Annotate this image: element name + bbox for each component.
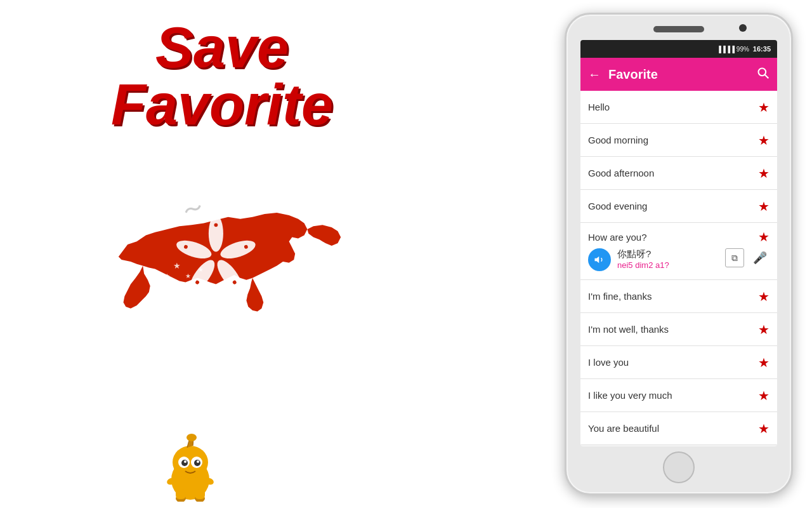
phone-camera bbox=[739, 24, 747, 32]
svg-point-16 bbox=[173, 446, 208, 479]
svg-point-17 bbox=[187, 434, 197, 441]
svg-text:★: ★ bbox=[176, 280, 182, 287]
list-item[interactable]: Good evening ★ bbox=[580, 190, 777, 223]
svg-rect-27 bbox=[195, 489, 205, 499]
svg-point-5 bbox=[214, 223, 218, 227]
svg-point-22 bbox=[184, 460, 187, 463]
list-item[interactable]: I'm not well, thanks ★ bbox=[580, 313, 777, 346]
list-item[interactable]: How are you? ★ 你點呀? nei5 dim2 a1? ⧉ bbox=[580, 223, 777, 280]
romanization: nei5 dim2 a1? bbox=[617, 260, 719, 270]
phrase-text: Good morning bbox=[588, 135, 758, 145]
svg-point-0 bbox=[209, 215, 223, 252]
phrase-text: I love you bbox=[588, 357, 758, 368]
speaker-button[interactable] bbox=[588, 248, 611, 271]
back-button[interactable]: ← bbox=[588, 67, 601, 82]
phone-screen: ▐▐▐▐ 99% 16:35 ← Favorite Hello ★ bbox=[580, 40, 777, 446]
app-header: ← Favorite bbox=[580, 58, 777, 91]
star-icon[interactable]: ★ bbox=[758, 322, 769, 337]
hk-map-container: ★ ★ ★ ★ ★ bbox=[70, 146, 374, 349]
chinese-text: 你點呀? bbox=[617, 248, 719, 260]
svg-rect-26 bbox=[176, 489, 186, 499]
expanded-content: 你點呀? nei5 dim2 a1? ⧉ 🎤 bbox=[588, 248, 769, 271]
phone-speaker bbox=[653, 26, 704, 32]
search-button[interactable] bbox=[757, 67, 769, 83]
hk-map-svg: ★ ★ ★ ★ ★ bbox=[70, 146, 374, 343]
signal-indicator: ▐▐▐▐ 99% bbox=[717, 46, 749, 53]
list-item[interactable]: I'm fine, thanks ★ bbox=[580, 280, 777, 313]
svg-text:★: ★ bbox=[198, 266, 204, 273]
svg-text:★: ★ bbox=[173, 261, 181, 271]
svg-point-23 bbox=[197, 460, 199, 463]
svg-text:★: ★ bbox=[185, 272, 191, 279]
star-icon[interactable]: ★ bbox=[758, 199, 769, 214]
star-icon[interactable]: ★ bbox=[758, 388, 769, 403]
phrase-text: How are you? bbox=[588, 232, 758, 243]
status-time: 16:35 bbox=[753, 45, 771, 53]
title-save: Save bbox=[155, 19, 289, 76]
star-icon[interactable]: ★ bbox=[758, 355, 769, 370]
svg-point-30 bbox=[759, 68, 766, 76]
svg-marker-32 bbox=[595, 257, 599, 264]
phrase-text: Good afternoon bbox=[588, 168, 758, 178]
phrase-text: Hello bbox=[588, 102, 758, 112]
star-icon[interactable]: ★ bbox=[758, 166, 769, 181]
phrase-list: Hello ★ Good morning ★ Good afternoon ★ … bbox=[580, 91, 777, 445]
translation-block: 你點呀? nei5 dim2 a1? bbox=[617, 248, 719, 270]
star-icon[interactable]: ★ bbox=[758, 133, 769, 148]
home-button[interactable] bbox=[663, 451, 695, 483]
list-item[interactable]: Hello ★ bbox=[580, 91, 777, 124]
mic-button[interactable]: 🎤 bbox=[750, 248, 769, 267]
star-icon[interactable]: ★ bbox=[758, 289, 769, 304]
hk-silhouette bbox=[119, 213, 341, 312]
phrase-text: I'm not well, thanks bbox=[588, 324, 758, 335]
phrase-text: Good evening bbox=[588, 201, 758, 211]
star-icon[interactable]: ★ bbox=[758, 421, 769, 436]
title-favorite: Favorite bbox=[111, 76, 333, 133]
star-icon[interactable]: ★ bbox=[758, 229, 769, 244]
phrase-text: I like you very much bbox=[588, 390, 758, 401]
mascot bbox=[159, 432, 222, 502]
header-title: Favorite bbox=[608, 67, 749, 82]
svg-text:★: ★ bbox=[164, 272, 170, 279]
list-item[interactable]: Good afternoon ★ bbox=[580, 157, 777, 190]
phrase-text: I'm fine, thanks bbox=[588, 291, 758, 302]
list-item[interactable]: I like you very much ★ bbox=[580, 379, 777, 412]
star-icon[interactable]: ★ bbox=[758, 100, 769, 115]
left-section: Save Favorite ★ bbox=[0, 0, 444, 508]
phone-wrapper: ▐▐▐▐ 99% 16:35 ← Favorite Hello ★ bbox=[565, 13, 793, 495]
status-bar: ▐▐▐▐ 99% 16:35 bbox=[580, 40, 777, 58]
list-item[interactable]: I love you ★ bbox=[580, 346, 777, 379]
phrase-item-top: How are you? ★ bbox=[588, 229, 769, 244]
list-item[interactable]: Good morning ★ bbox=[580, 124, 777, 157]
svg-line-31 bbox=[765, 74, 769, 78]
phrase-text: You are beautiful bbox=[588, 423, 758, 434]
list-item[interactable]: You are beautiful ★ bbox=[580, 412, 777, 445]
copy-button[interactable]: ⧉ bbox=[725, 248, 744, 267]
phone-outer: ▐▐▐▐ 99% 16:35 ← Favorite Hello ★ bbox=[565, 13, 793, 495]
